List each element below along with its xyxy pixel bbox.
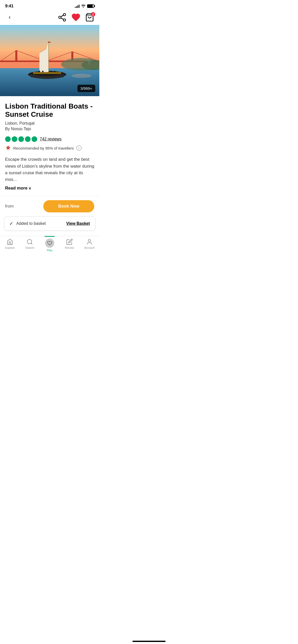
cart-badge: 2 (91, 12, 95, 17)
share-icon (58, 13, 67, 22)
svg-point-30 (88, 239, 91, 242)
nav-item-search[interactable]: Search (20, 239, 40, 252)
recommended-row: ✓ Recommended by 95% of travellers i (5, 145, 94, 151)
heart-icon (71, 13, 80, 22)
favorite-button[interactable] (71, 13, 80, 22)
rating-row: 742 reviews (5, 136, 94, 142)
award-badge-icon: ✓ (5, 145, 11, 151)
svg-point-20 (42, 71, 44, 72)
nav-item-plan[interactable]: Plan (40, 239, 60, 252)
listing-location: Lisbon, Portugal (5, 121, 94, 126)
back-button[interactable]: ‹ (5, 13, 14, 22)
nav-item-review[interactable]: Review (60, 239, 79, 252)
bottom-nav: Explore Search Plan Review (0, 236, 99, 259)
status-time: 9:41 (5, 4, 13, 9)
svg-point-28 (27, 239, 32, 244)
price-bar: from Book Now (0, 196, 99, 216)
svg-line-29 (31, 243, 32, 244)
share-button[interactable] (58, 13, 67, 22)
svg-text:✓: ✓ (7, 147, 9, 149)
svg-rect-13 (87, 61, 92, 61)
hero-image: 3/999+ (0, 25, 99, 96)
battery-icon (87, 4, 94, 8)
cart-button[interactable]: 2 (85, 13, 94, 22)
plan-active-bar (45, 236, 55, 237)
svg-point-21 (50, 71, 52, 72)
basket-message: Added to basket (16, 221, 46, 226)
reviews-link[interactable]: 742 reviews (40, 137, 61, 141)
svg-rect-4 (15, 50, 17, 62)
nav-label-account: Account (84, 246, 94, 249)
rating-dot-1 (5, 136, 11, 142)
listing-title: Lisbon Traditional Boats - Sunset Cruise (5, 102, 94, 119)
rating-dot-3 (18, 136, 24, 142)
nav-right-icons: 2 (58, 13, 94, 22)
svg-rect-15 (33, 72, 61, 74)
listing-description: Escape the crowds on land and get the be… (5, 156, 94, 183)
wifi-icon (81, 4, 86, 8)
nav-label-search: Search (25, 246, 34, 249)
chevron-down-icon: ∨ (29, 186, 31, 190)
nav-label-explore: Explore (5, 246, 15, 249)
check-icon: ✓ (9, 221, 13, 226)
plan-circle (45, 239, 54, 248)
photo-counter: 3/999+ (77, 85, 95, 92)
top-nav: ‹ 2 (0, 11, 99, 25)
listing-content: Lisbon Traditional Boats - Sunset Cruise… (0, 96, 99, 191)
nav-item-account[interactable]: Account (79, 239, 99, 252)
signal-icon (75, 4, 79, 8)
basket-notification: ✓ Added to basket View Basket (4, 216, 95, 231)
badge-icon: ✓ (5, 145, 11, 151)
nav-label-plan: Plan (47, 249, 52, 252)
rating-dots (5, 136, 37, 142)
status-icons (75, 4, 94, 8)
read-more-label: Read more (5, 186, 28, 191)
from-label: from (5, 204, 14, 209)
person-icon (86, 239, 93, 245)
price-section: from Book Now ✓ Added to basket View Bas… (0, 196, 99, 236)
edit-icon (66, 239, 73, 245)
book-button[interactable]: Book Now (43, 200, 94, 212)
status-bar: 9:41 (0, 0, 99, 11)
view-basket-link[interactable]: View Basket (66, 221, 90, 226)
read-more-button[interactable]: Read more ∨ (5, 186, 94, 191)
svg-point-22 (54, 71, 56, 72)
basket-left: ✓ Added to basket (9, 221, 46, 226)
rating-dot-5 (32, 136, 37, 142)
nav-label-review: Review (65, 246, 74, 249)
rating-dot-2 (12, 136, 17, 142)
recommended-text: Recommended by 95% of travellers (13, 146, 74, 150)
svg-point-19 (39, 71, 40, 72)
rating-dot-4 (25, 136, 31, 142)
search-icon (26, 239, 33, 245)
home-icon (7, 239, 13, 245)
nav-item-explore[interactable]: Explore (0, 239, 20, 252)
svg-point-26 (71, 74, 92, 78)
listing-operator: By Nosso Tejo (5, 127, 94, 131)
back-chevron-icon: ‹ (9, 14, 10, 21)
info-icon[interactable]: i (76, 145, 82, 151)
